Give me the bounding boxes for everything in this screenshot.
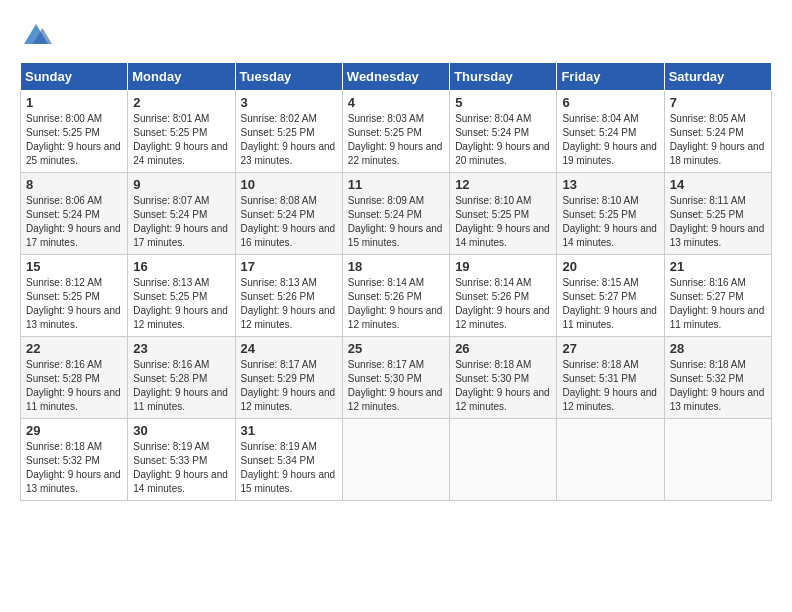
- calendar-cell: [450, 419, 557, 501]
- calendar-cell: 10Sunrise: 8:08 AMSunset: 5:24 PMDayligh…: [235, 173, 342, 255]
- day-number: 6: [562, 95, 658, 110]
- day-number: 22: [26, 341, 122, 356]
- logo-icon: [20, 20, 52, 52]
- calendar-cell: 7Sunrise: 8:05 AMSunset: 5:24 PMDaylight…: [664, 91, 771, 173]
- calendar-cell: 2Sunrise: 8:01 AMSunset: 5:25 PMDaylight…: [128, 91, 235, 173]
- cell-content: Sunrise: 8:04 AMSunset: 5:24 PMDaylight:…: [562, 112, 658, 168]
- calendar-cell: 17Sunrise: 8:13 AMSunset: 5:26 PMDayligh…: [235, 255, 342, 337]
- day-number: 5: [455, 95, 551, 110]
- weekday-monday: Monday: [128, 63, 235, 91]
- calendar-cell: 20Sunrise: 8:15 AMSunset: 5:27 PMDayligh…: [557, 255, 664, 337]
- calendar-body: 1Sunrise: 8:00 AMSunset: 5:25 PMDaylight…: [21, 91, 772, 501]
- day-number: 31: [241, 423, 337, 438]
- header: [20, 20, 772, 52]
- calendar-cell: [664, 419, 771, 501]
- day-number: 1: [26, 95, 122, 110]
- cell-content: Sunrise: 8:14 AMSunset: 5:26 PMDaylight:…: [455, 276, 551, 332]
- calendar-cell: [557, 419, 664, 501]
- day-number: 3: [241, 95, 337, 110]
- cell-content: Sunrise: 8:16 AMSunset: 5:28 PMDaylight:…: [26, 358, 122, 414]
- cell-content: Sunrise: 8:10 AMSunset: 5:25 PMDaylight:…: [455, 194, 551, 250]
- calendar-cell: 22Sunrise: 8:16 AMSunset: 5:28 PMDayligh…: [21, 337, 128, 419]
- cell-content: Sunrise: 8:08 AMSunset: 5:24 PMDaylight:…: [241, 194, 337, 250]
- day-number: 9: [133, 177, 229, 192]
- cell-content: Sunrise: 8:02 AMSunset: 5:25 PMDaylight:…: [241, 112, 337, 168]
- cell-content: Sunrise: 8:18 AMSunset: 5:32 PMDaylight:…: [670, 358, 766, 414]
- calendar-cell: 12Sunrise: 8:10 AMSunset: 5:25 PMDayligh…: [450, 173, 557, 255]
- calendar-cell: 15Sunrise: 8:12 AMSunset: 5:25 PMDayligh…: [21, 255, 128, 337]
- cell-content: Sunrise: 8:19 AMSunset: 5:34 PMDaylight:…: [241, 440, 337, 496]
- cell-content: Sunrise: 8:00 AMSunset: 5:25 PMDaylight:…: [26, 112, 122, 168]
- cell-content: Sunrise: 8:09 AMSunset: 5:24 PMDaylight:…: [348, 194, 444, 250]
- day-number: 29: [26, 423, 122, 438]
- calendar-cell: 30Sunrise: 8:19 AMSunset: 5:33 PMDayligh…: [128, 419, 235, 501]
- day-number: 10: [241, 177, 337, 192]
- day-number: 26: [455, 341, 551, 356]
- cell-content: Sunrise: 8:04 AMSunset: 5:24 PMDaylight:…: [455, 112, 551, 168]
- cell-content: Sunrise: 8:16 AMSunset: 5:28 PMDaylight:…: [133, 358, 229, 414]
- day-number: 15: [26, 259, 122, 274]
- logo: [20, 20, 56, 52]
- cell-content: Sunrise: 8:18 AMSunset: 5:30 PMDaylight:…: [455, 358, 551, 414]
- cell-content: Sunrise: 8:11 AMSunset: 5:25 PMDaylight:…: [670, 194, 766, 250]
- day-number: 12: [455, 177, 551, 192]
- calendar-cell: 8Sunrise: 8:06 AMSunset: 5:24 PMDaylight…: [21, 173, 128, 255]
- calendar-cell: 23Sunrise: 8:16 AMSunset: 5:28 PMDayligh…: [128, 337, 235, 419]
- cell-content: Sunrise: 8:13 AMSunset: 5:26 PMDaylight:…: [241, 276, 337, 332]
- calendar-cell: 18Sunrise: 8:14 AMSunset: 5:26 PMDayligh…: [342, 255, 449, 337]
- cell-content: Sunrise: 8:13 AMSunset: 5:25 PMDaylight:…: [133, 276, 229, 332]
- calendar-cell: 4Sunrise: 8:03 AMSunset: 5:25 PMDaylight…: [342, 91, 449, 173]
- day-number: 20: [562, 259, 658, 274]
- day-number: 8: [26, 177, 122, 192]
- weekday-tuesday: Tuesday: [235, 63, 342, 91]
- day-number: 25: [348, 341, 444, 356]
- calendar-cell: 19Sunrise: 8:14 AMSunset: 5:26 PMDayligh…: [450, 255, 557, 337]
- cell-content: Sunrise: 8:18 AMSunset: 5:31 PMDaylight:…: [562, 358, 658, 414]
- calendar-cell: 26Sunrise: 8:18 AMSunset: 5:30 PMDayligh…: [450, 337, 557, 419]
- calendar-cell: 3Sunrise: 8:02 AMSunset: 5:25 PMDaylight…: [235, 91, 342, 173]
- day-number: 21: [670, 259, 766, 274]
- calendar-cell: 9Sunrise: 8:07 AMSunset: 5:24 PMDaylight…: [128, 173, 235, 255]
- day-number: 24: [241, 341, 337, 356]
- calendar-cell: 6Sunrise: 8:04 AMSunset: 5:24 PMDaylight…: [557, 91, 664, 173]
- calendar-cell: 31Sunrise: 8:19 AMSunset: 5:34 PMDayligh…: [235, 419, 342, 501]
- calendar-cell: 28Sunrise: 8:18 AMSunset: 5:32 PMDayligh…: [664, 337, 771, 419]
- cell-content: Sunrise: 8:01 AMSunset: 5:25 PMDaylight:…: [133, 112, 229, 168]
- day-number: 16: [133, 259, 229, 274]
- day-number: 13: [562, 177, 658, 192]
- week-row-3: 15Sunrise: 8:12 AMSunset: 5:25 PMDayligh…: [21, 255, 772, 337]
- week-row-5: 29Sunrise: 8:18 AMSunset: 5:32 PMDayligh…: [21, 419, 772, 501]
- calendar-cell: 21Sunrise: 8:16 AMSunset: 5:27 PMDayligh…: [664, 255, 771, 337]
- cell-content: Sunrise: 8:18 AMSunset: 5:32 PMDaylight:…: [26, 440, 122, 496]
- cell-content: Sunrise: 8:12 AMSunset: 5:25 PMDaylight:…: [26, 276, 122, 332]
- day-number: 11: [348, 177, 444, 192]
- day-number: 30: [133, 423, 229, 438]
- day-number: 27: [562, 341, 658, 356]
- day-number: 28: [670, 341, 766, 356]
- weekday-thursday: Thursday: [450, 63, 557, 91]
- cell-content: Sunrise: 8:06 AMSunset: 5:24 PMDaylight:…: [26, 194, 122, 250]
- week-row-2: 8Sunrise: 8:06 AMSunset: 5:24 PMDaylight…: [21, 173, 772, 255]
- calendar-cell: 24Sunrise: 8:17 AMSunset: 5:29 PMDayligh…: [235, 337, 342, 419]
- day-number: 2: [133, 95, 229, 110]
- calendar-cell: 25Sunrise: 8:17 AMSunset: 5:30 PMDayligh…: [342, 337, 449, 419]
- cell-content: Sunrise: 8:16 AMSunset: 5:27 PMDaylight:…: [670, 276, 766, 332]
- calendar-cell: [342, 419, 449, 501]
- day-number: 23: [133, 341, 229, 356]
- calendar-cell: 16Sunrise: 8:13 AMSunset: 5:25 PMDayligh…: [128, 255, 235, 337]
- cell-content: Sunrise: 8:14 AMSunset: 5:26 PMDaylight:…: [348, 276, 444, 332]
- week-row-4: 22Sunrise: 8:16 AMSunset: 5:28 PMDayligh…: [21, 337, 772, 419]
- day-number: 17: [241, 259, 337, 274]
- day-number: 7: [670, 95, 766, 110]
- week-row-1: 1Sunrise: 8:00 AMSunset: 5:25 PMDaylight…: [21, 91, 772, 173]
- cell-content: Sunrise: 8:15 AMSunset: 5:27 PMDaylight:…: [562, 276, 658, 332]
- cell-content: Sunrise: 8:17 AMSunset: 5:30 PMDaylight:…: [348, 358, 444, 414]
- cell-content: Sunrise: 8:03 AMSunset: 5:25 PMDaylight:…: [348, 112, 444, 168]
- calendar-cell: 11Sunrise: 8:09 AMSunset: 5:24 PMDayligh…: [342, 173, 449, 255]
- calendar-cell: 5Sunrise: 8:04 AMSunset: 5:24 PMDaylight…: [450, 91, 557, 173]
- weekday-wednesday: Wednesday: [342, 63, 449, 91]
- weekday-saturday: Saturday: [664, 63, 771, 91]
- day-number: 19: [455, 259, 551, 274]
- weekday-sunday: Sunday: [21, 63, 128, 91]
- day-number: 18: [348, 259, 444, 274]
